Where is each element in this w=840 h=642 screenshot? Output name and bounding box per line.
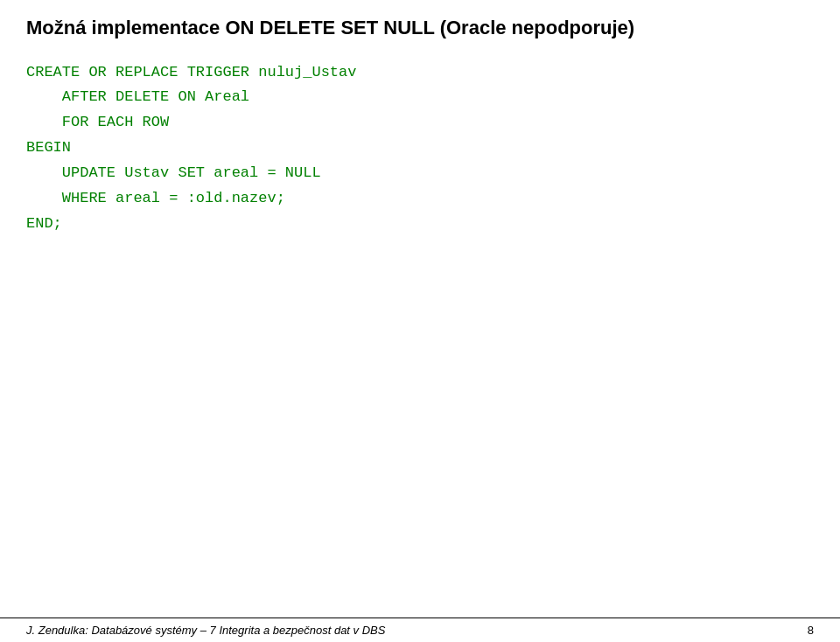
code-line-2: AFTER DELETE ON Areal (26, 85, 814, 110)
code-line-6: WHERE areal = :old.nazev; (26, 186, 814, 212)
code-line-4: BEGIN (26, 136, 814, 161)
footer-page-number: 8 (808, 624, 814, 637)
footer: J. Zendulka: Databázové systémy – 7 Inte… (0, 618, 840, 642)
footer-citation: J. Zendulka: Databázové systémy – 7 Inte… (26, 624, 385, 637)
code-line-7: END; (26, 212, 814, 237)
page-container: Možná implementace ON DELETE SET NULL (O… (0, 0, 840, 642)
code-block: CREATE OR REPLACE TRIGGER nuluj_Ustav AF… (26, 60, 814, 237)
code-line-5: UPDATE Ustav SET areal = NULL (26, 161, 814, 186)
code-line-1: CREATE OR REPLACE TRIGGER nuluj_Ustav (26, 60, 814, 86)
code-line-3: FOR EACH ROW (26, 110, 814, 136)
page-title: Možná implementace ON DELETE SET NULL (O… (26, 16, 814, 41)
